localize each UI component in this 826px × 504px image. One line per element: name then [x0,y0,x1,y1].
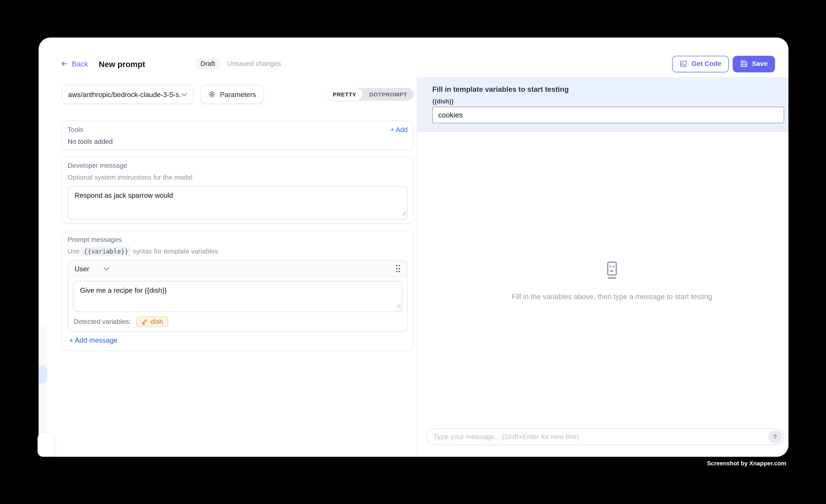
empty-state-text: Fill in the variables above, then type a… [426,293,788,301]
robot-face-icon [602,273,622,282]
back-arrow-icon [61,60,68,68]
pencil-icon [141,319,148,325]
app-window: Back New prompt Draft Unsaved changes Ge… [39,38,788,457]
resize-handle-icon [396,300,401,310]
watermark-text: Screenshot by Xnapper.com [707,460,786,466]
drag-handle-icon[interactable] [395,264,401,273]
get-code-label: Get Code [692,60,721,68]
sidebar-highlight-pill[interactable] [39,366,47,383]
chevron-down-icon [104,267,110,270]
screenshot-background: Back New prompt Draft Unsaved changes Ge… [0,0,826,504]
chat-message-input[interactable] [433,433,769,441]
toggle-option-pretty[interactable]: PRETTY [327,88,363,101]
prompt-messages-subtitle: Use{{variable}}syntax for template varia… [68,248,408,255]
message-header: User [68,261,407,277]
message-block: User Give me a recipe for {{dish}} [68,260,408,332]
parameters-button[interactable]: Parameters [200,85,264,104]
tools-panel: Tools + Add No tools added [62,121,414,150]
prompt-messages-panel: Prompt messages Use{{variable}}syntax fo… [62,231,414,351]
developer-message-textarea[interactable]: Respond as jack sparrow would [68,186,408,220]
chat-test-area: Fill in the variables above, then type a… [417,132,788,457]
model-row: aws/anthropic/bedrock-claude-3-5-s... Pa… [62,85,414,104]
header: Back New prompt Draft Unsaved changes Ge… [61,55,775,72]
prompt-messages-title: Prompt messages [68,236,408,243]
chat-input-bar [426,429,784,445]
send-button[interactable] [769,430,782,443]
developer-message-panel: Developer message Optional system instru… [62,156,414,224]
variable-badge-label: dish [151,318,163,325]
resize-handle-icon [401,208,406,218]
variable-syntax-chip: {{variable}} [81,247,131,256]
template-variables-panel: Fill in template variables to start test… [417,77,788,132]
tools-empty-text: No tools added [68,138,408,145]
template-variables-title: Fill in template variables to start test… [432,85,788,93]
status-badge: Draft [196,58,220,70]
subtitle-suffix: syntax for template variables [133,248,218,255]
variable-value-input[interactable] [432,107,784,123]
terminal-icon [680,60,687,68]
gear-icon [208,90,216,98]
unsaved-changes-text: Unsaved changes [227,60,281,68]
save-button[interactable]: Save [732,56,775,72]
tools-title: Tools [68,126,83,133]
page-title: New prompt [99,59,145,68]
parameters-label: Parameters [220,90,256,98]
model-selector-value: aws/anthropic/bedrock-claude-3-5-s... [68,90,181,98]
add-message-button[interactable]: + Add message [69,336,118,344]
variable-badge-dish[interactable]: dish [136,316,168,327]
variable-name-label: {{dish}} [432,98,788,105]
save-label: Save [752,60,767,68]
detected-variables-row: Detected variables: dish [68,312,407,331]
subtitle-prefix: Use [68,248,79,255]
save-icon [740,60,748,68]
model-selector[interactable]: aws/anthropic/bedrock-claude-3-5-s... [62,85,194,104]
get-code-button[interactable]: Get Code [672,56,729,72]
add-tool-button[interactable]: + Add [390,126,408,133]
empty-state: Fill in the variables above, then type a… [426,261,788,301]
message-textarea[interactable]: Give me a recipe for {{dish}} [73,281,402,312]
corner-popover [38,433,54,457]
back-button[interactable]: Back [61,60,88,68]
back-label: Back [72,60,88,68]
view-toggle: PRETTY DOTPROMPT [327,88,414,101]
chevron-down-icon [181,92,187,96]
role-selector[interactable]: User [74,265,89,273]
detected-variables-label: Detected variables: [73,318,131,325]
developer-message-title: Developer message [68,162,408,170]
developer-message-subtitle: Optional system instructions for the mod… [68,174,408,181]
send-arrow-icon [772,433,779,440]
toggle-option-dotprompt[interactable]: DOTPROMPT [363,88,414,101]
